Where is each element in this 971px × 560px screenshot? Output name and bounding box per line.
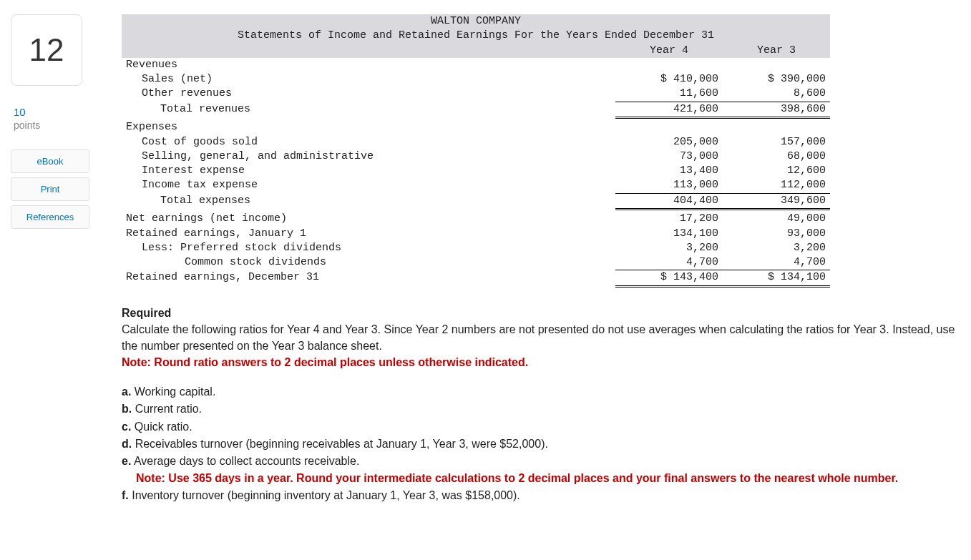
col-year3: Year 3 [723,44,830,58]
income-statement-table: WALTON COMPANY Statements of Income and … [122,14,830,288]
sga-y4: 73,000 [615,149,723,164]
points-value: 10 [14,106,122,118]
col-year4: Year 4 [615,44,723,58]
statement-title: Statements of Income and Retained Earnin… [122,29,830,43]
required-section: Required Calculate the following ratios … [122,305,966,504]
question-number-box: 12 [11,14,82,86]
item-f-b: f. [122,489,129,501]
cogs-y3: 157,000 [723,135,830,149]
points-label: points [14,119,122,131]
sga-label: Selling, general, and administrative [122,149,615,164]
pref-label: Less: Preferred stock dividends [122,241,615,255]
required-heading: Required [122,305,966,321]
re-dec-label: Retained earnings, December 31 [122,270,615,286]
item-a-b: a. [122,385,131,398]
note-365: Note: Use 365 days in a year. Round your… [122,470,966,486]
main-content: WALTON COMPANY Statements of Income and … [122,14,966,505]
company-name: WALTON COMPANY [122,14,830,29]
revenues-heading: Revenues [122,58,615,72]
expenses-heading: Expenses [122,120,615,134]
tot-rev-y3: 398,600 [723,102,830,117]
tot-exp-y4: 404,400 [615,193,723,209]
references-button[interactable]: References [11,205,89,229]
tax-y4: 113,000 [615,178,723,193]
tax-y3: 112,000 [723,178,830,193]
item-a: Working capital. [131,385,215,398]
ne-y3: 49,000 [723,212,830,226]
re-jan-y4: 134,100 [615,227,723,241]
print-button[interactable]: Print [11,177,89,201]
sga-y3: 68,000 [723,149,830,164]
pref-y4: 3,200 [615,241,723,255]
re-dec-y4: $ 143,400 [615,270,723,286]
tot-rev-y4: 421,600 [615,102,723,117]
required-intro: Calculate the following ratios for Year … [122,321,966,354]
item-c: Quick ratio. [131,421,192,433]
cogs-label: Cost of goods sold [122,135,615,149]
tot-rev-label: Total revenues [122,102,615,117]
other-rev-y3: 8,600 [723,87,830,102]
re-dec-y3: $ 134,100 [723,270,830,286]
sales-y4: $ 410,000 [615,72,723,87]
tot-exp-label: Total expenses [122,193,615,209]
cogs-y4: 205,000 [615,135,723,149]
item-f: Inventory turnover (beginning inventory … [129,489,520,501]
ne-label: Net earnings (net income) [122,212,615,226]
re-jan-label: Retained earnings, January 1 [122,227,615,241]
sales-y3: $ 390,000 [723,72,830,87]
comm-y3: 4,700 [723,255,830,270]
item-e-b: e. [122,455,131,467]
ebook-button[interactable]: eBook [11,149,89,173]
re-jan-y3: 93,000 [723,227,830,241]
int-y3: 12,600 [723,164,830,178]
item-b-b: b. [122,403,132,415]
pref-y3: 3,200 [723,241,830,255]
other-rev-y4: 11,600 [615,87,723,102]
tax-label: Income tax expense [122,178,615,193]
comm-y4: 4,700 [615,255,723,270]
tot-exp-y3: 349,600 [723,193,830,209]
other-rev-label: Other revenues [122,87,615,102]
item-d: Receivables turnover (beginning receivab… [132,438,548,450]
item-e: Average days to collect accounts receiva… [131,455,359,467]
left-sidebar: 12 10 points eBook Print References [11,14,122,505]
item-d-b: d. [122,438,132,450]
comm-label: Common stock dividends [122,255,615,270]
item-c-b: c. [122,421,131,433]
note-round: Note: Round ratio answers to 2 decimal p… [122,354,966,370]
ne-y4: 17,200 [615,212,723,226]
int-y4: 13,400 [615,164,723,178]
sales-label: Sales (net) [122,72,615,87]
item-b: Current ratio. [132,403,202,415]
int-label: Interest expense [122,164,615,178]
